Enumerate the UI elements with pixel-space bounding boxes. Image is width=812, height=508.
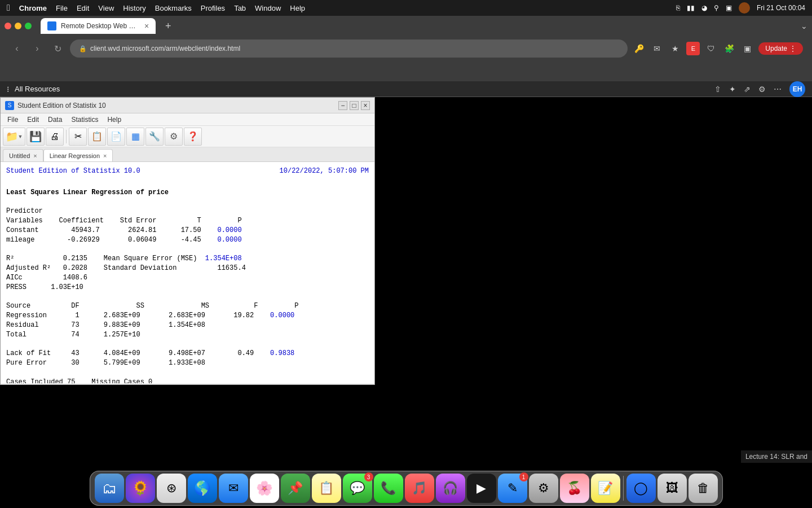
dock-container: 🗂 🌻 ⊛ 🌎 ✉ 🌸 📌 📋 💬 3 [0, 463, 812, 506]
rd-up-icon[interactable]: ⇧ [714, 85, 721, 94]
tab-linear-regression-label: Linear Regression [50, 152, 100, 159]
scissors-button[interactable]: ✂ [69, 128, 87, 146]
dock-music[interactable]: 🎵 [405, 474, 434, 503]
dock-mindfulness[interactable]: 🍒 [560, 474, 589, 503]
tab-linear-regression-close[interactable]: × [103, 152, 107, 159]
dock-maps[interactable]: 📌 [281, 474, 310, 503]
print-button[interactable]: 🖨 [46, 128, 64, 146]
statistix-title-area: S Student Edition of Statistix 10 [5, 101, 106, 110]
extension-icon[interactable]: E [686, 42, 700, 55]
stats-aicc: AICc 1408.6 [6, 274, 87, 282]
dock-mail[interactable]: ✉ [219, 474, 248, 503]
appstore-badge: 1 [519, 472, 528, 481]
back-button[interactable]: ‹ [9, 41, 25, 56]
chrome-tab[interactable]: Remote Desktop Web Client × [41, 18, 156, 34]
minimize-traffic-light[interactable] [15, 23, 21, 29]
dock-appstore[interactable]: ✎ 1 [498, 474, 527, 503]
statistix-window: S Student Edition of Statistix 10 − □ × … [0, 97, 375, 385]
menu-history[interactable]: History [123, 4, 145, 12]
profile-icon[interactable]: ▣ [740, 42, 754, 55]
dock-photos[interactable]: 🌸 [250, 474, 279, 503]
output-header-left: Student Edition of Statistix 10.0 [6, 167, 140, 176]
dock-messages[interactable]: 💬 3 [343, 474, 372, 503]
maximize-traffic-light[interactable] [25, 23, 32, 29]
forward-button[interactable]: › [29, 41, 45, 56]
rd-fullscreen-icon[interactable]: ⇗ [744, 85, 751, 94]
regression-title: Least Squares Linear Regression of price [6, 189, 169, 196]
menu-bookmarks[interactable]: Bookmarks [155, 4, 192, 12]
menu-chrome[interactable]: Chrome [19, 4, 47, 12]
dock-notes[interactable]: 📝 [591, 474, 620, 503]
search-icon[interactable]: ⚲ [714, 4, 719, 12]
rd-more-icon[interactable]: ⋯ [774, 85, 782, 94]
tools-button[interactable]: 🔧 [145, 128, 164, 146]
app-menubar: File Edit Data Statistics Help [1, 113, 374, 126]
dock-systemprefs[interactable]: ⚙ [529, 474, 558, 503]
app-tabs: Untitled × Linear Regression × [1, 147, 374, 162]
open-button[interactable]: 📁 ▼ [3, 128, 25, 146]
help-icon: ❓ [187, 131, 198, 142]
rd-settings-icon[interactable]: ⚙ [758, 85, 766, 94]
paste-button[interactable]: 📄 [107, 128, 125, 146]
close-button[interactable]: × [361, 101, 370, 110]
send-icon[interactable]: ✉ [650, 42, 664, 55]
key-icon[interactable]: 🔑 [632, 42, 646, 55]
copy-icon: 📋 [91, 131, 103, 142]
dock-safari[interactable]: 🌎 [188, 474, 217, 503]
tab-untitled[interactable]: Untitled × [3, 149, 43, 161]
puzzle-icon[interactable]: 🧩 [722, 42, 736, 55]
refresh-button[interactable]: ↻ [50, 41, 65, 56]
chrome-expand-icon[interactable]: ⌄ [801, 21, 807, 30]
menu-profiles[interactable]: Profiles [201, 4, 225, 12]
tab-close-button[interactable]: × [144, 21, 149, 30]
rd-grid-icon[interactable]: ⁝ [7, 85, 9, 94]
apple-icon[interactable]:  [7, 3, 10, 13]
dock-siri[interactable]: 🌻 [126, 474, 155, 503]
menu-tab[interactable]: Tab [234, 4, 246, 12]
menu-help[interactable]: Help [290, 4, 305, 12]
menu-file[interactable]: File [56, 4, 68, 12]
menu-view[interactable]: View [98, 4, 114, 12]
minimize-button[interactable]: − [338, 101, 347, 110]
address-bar[interactable]: 🔒 client.wvd.microsoft.com/arm/webclient… [70, 40, 628, 58]
dock-podcasts[interactable]: 🎧 [436, 474, 465, 503]
menu-file[interactable]: File [3, 113, 23, 126]
dock-bluetooth[interactable]: ◯ [626, 474, 656, 503]
rd-all-resources[interactable]: All Resources [15, 85, 60, 93]
tab-linear-regression[interactable]: Linear Regression × [43, 149, 113, 161]
tab-favicon [47, 21, 56, 30]
menu-data[interactable]: Data [43, 113, 67, 126]
dock-appletv[interactable]: ▶ [467, 474, 496, 503]
menu-edit[interactable]: Edit [77, 4, 89, 12]
rd-star-icon[interactable]: ✦ [729, 85, 736, 94]
shield-icon[interactable]: 🛡 [704, 42, 718, 55]
save-button[interactable]: 💾 [27, 128, 45, 146]
update-button[interactable]: Update ⋮ [758, 42, 803, 55]
tab-untitled-close[interactable]: × [33, 152, 37, 159]
settings-button[interactable]: ⚙ [165, 128, 183, 146]
restore-button[interactable]: □ [350, 101, 359, 110]
control-center-icon[interactable]: ▣ [726, 4, 732, 12]
new-tab-button[interactable]: + [160, 18, 176, 34]
update-menu-icon: ⋮ [789, 45, 796, 52]
rd-toolbar: ⁝ All Resources ⇧ ✦ ⇗ ⚙ ⋯ EH [0, 81, 812, 97]
copy-button[interactable]: 📋 [88, 128, 106, 146]
grid-button[interactable]: ▦ [126, 128, 144, 146]
menu-statistics[interactable]: Statistics [67, 113, 103, 126]
profile-icon[interactable] [739, 2, 750, 14]
star-icon[interactable]: ★ [668, 42, 682, 55]
stats-press: PRESS 1.03E+10 [6, 283, 83, 291]
dock-facetime[interactable]: 📞 [374, 474, 403, 503]
tab-untitled-label: Untitled [9, 152, 30, 159]
menu-help[interactable]: Help [103, 113, 126, 126]
close-traffic-light[interactable] [5, 23, 11, 29]
rd-avatar[interactable]: EH [789, 81, 805, 97]
dock-clips[interactable]: 📋 [312, 474, 341, 503]
help-button[interactable]: ❓ [184, 128, 202, 146]
dock-finder[interactable]: 🗂 [95, 474, 124, 503]
dock-launchpad[interactable]: ⊛ [157, 474, 186, 503]
menu-edit[interactable]: Edit [23, 113, 43, 126]
dock-trash[interactable]: 🗑 [689, 474, 718, 503]
menu-window[interactable]: Window [255, 4, 281, 12]
dock-preview[interactable]: 🖼 [657, 474, 687, 503]
